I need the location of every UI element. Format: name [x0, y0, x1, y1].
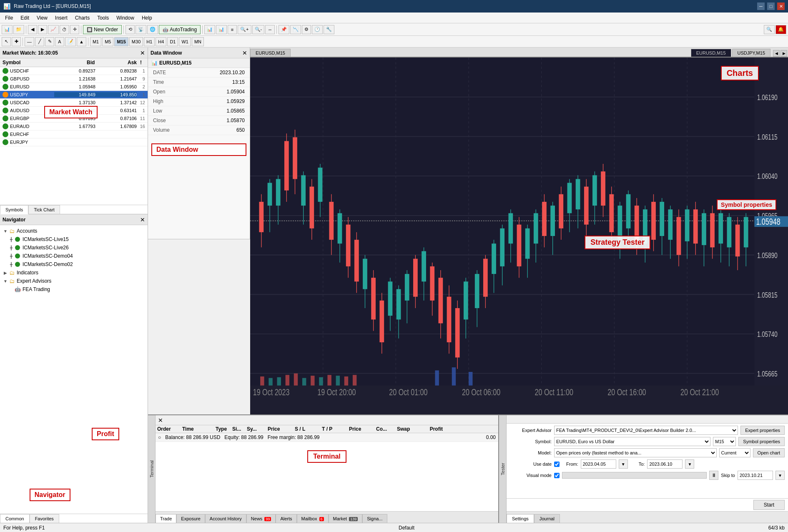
ea-select[interactable]: FEA Trading\MT4_PRODUCT_DEV\2_0\Expert A… [554, 426, 738, 435]
tool1-btn[interactable]: ⟲ [125, 25, 135, 34]
search-btn[interactable]: 🔍 [764, 25, 775, 34]
menu-help[interactable]: Help [138, 14, 156, 22]
new-chart-btn[interactable]: 📊 [2, 25, 13, 34]
tf-m1[interactable]: M1 [90, 37, 101, 46]
chart-scroll-left[interactable]: ◀ [773, 50, 780, 57]
accounts-expand-icon[interactable]: ▼ [3, 228, 8, 234]
tf-h4[interactable]: H4 [156, 37, 166, 46]
tree-indicators-row[interactable]: ▶ 🗂 Indicators [0, 269, 148, 277]
tab-signa[interactable]: Signa... [362, 514, 387, 523]
chart-tab-eurusd[interactable]: EURUSD,M15 [691, 49, 731, 57]
mw-row-usdjpy[interactable]: USDJPY 149.849 149.850 1 [0, 91, 148, 99]
tf-m30[interactable]: M30 [129, 37, 143, 46]
cursor-tool[interactable]: ↖ [2, 37, 11, 46]
tree-account-2[interactable]: ╋ ICMarketsSC-Live26 [6, 243, 148, 252]
zoom3-btn[interactable]: ≡ [228, 25, 237, 34]
minimize-button[interactable]: ─ [757, 3, 765, 10]
data-window-close[interactable]: ✕ [242, 50, 247, 56]
mw-tab-tick[interactable]: Tick Chart [28, 205, 60, 214]
mw-row-eurgbp[interactable]: EURGBP 0.87095 0.87106 11 [0, 115, 148, 123]
crosshair-btn[interactable]: ✛ [70, 25, 79, 34]
tf-m5[interactable]: M5 [102, 37, 113, 46]
mw-row-euraud[interactable]: EURAUD 1.67793 1.67809 16 [0, 123, 148, 130]
tline-tool[interactable]: ╱ [35, 37, 44, 46]
visual-mode-checkbox[interactable] [554, 473, 560, 478]
tab-trade[interactable]: Trade [156, 514, 176, 523]
navigator-close[interactable]: ✕ [140, 216, 145, 223]
mw-row-eurusd[interactable]: EURUSD 1.05948 1.05950 2 [0, 83, 148, 91]
tf-h1[interactable]: H1 [144, 37, 155, 46]
autotrading-btn[interactable]: 🤖 AutoTrading [159, 25, 201, 34]
tab-mailbox[interactable]: Mailbox 6 [297, 514, 329, 523]
tf-m15[interactable]: M15 [114, 37, 128, 46]
tab-account-history[interactable]: Account History [205, 514, 246, 523]
menu-tools[interactable]: Tools [94, 14, 112, 22]
st-tab-journal[interactable]: Journal [534, 514, 560, 523]
crosshair-tool[interactable]: ✚ [12, 37, 21, 46]
to-input[interactable] [647, 459, 683, 469]
open-chart-btn[interactable]: Open chart [753, 448, 785, 457]
tree-accounts-row[interactable]: ▼ 🗂 Accounts [0, 227, 148, 235]
zoom1-btn[interactable]: 📊 [204, 25, 215, 34]
back-btn[interactable]: ◀ [28, 25, 37, 34]
zoomout-btn[interactable]: 🔍- [252, 25, 265, 34]
symbol-select[interactable]: EURUSD, Euro vs US Dollar [554, 437, 710, 446]
tool2-btn[interactable]: 📡 [136, 25, 146, 34]
notification-btn[interactable]: 🔔 [775, 25, 786, 34]
text-tool[interactable]: A [55, 37, 64, 46]
mw-tab-symbols[interactable]: Symbols [0, 205, 28, 214]
st-tab-settings[interactable]: Settings [507, 514, 534, 523]
menu-window[interactable]: Window [113, 14, 138, 22]
mw-row-gbpusd[interactable]: GBPUSD 1.21638 1.21647 9 [0, 75, 148, 83]
settings-btn[interactable]: 🔧 [324, 25, 334, 34]
tf-d1[interactable]: D1 [167, 37, 178, 46]
period-select[interactable]: Current [719, 448, 750, 457]
timeframe-select[interactable]: M15 [713, 437, 736, 446]
start-btn[interactable]: Start [753, 500, 785, 510]
mw-row-eurjpy[interactable]: EURJPY [0, 138, 148, 146]
period-btn[interactable]: ⏱ [60, 25, 69, 34]
tester-side-tab[interactable]: Tester [499, 415, 507, 523]
tree-account-4[interactable]: ╋ ICMarketsSC-Demo02 [6, 260, 148, 269]
mw-row-usdchf[interactable]: USDCHF 0.89237 0.89238 1 [0, 67, 148, 75]
use-date-checkbox[interactable] [554, 462, 560, 467]
tool5-btn[interactable]: 📌 [279, 25, 289, 34]
forward-btn[interactable]: ▶ [38, 25, 47, 34]
close-button[interactable]: ✕ [777, 3, 785, 10]
mw-row-usdcad[interactable]: USDCAD 1.37130 1.37142 12 [0, 99, 148, 107]
pause-btn[interactable]: ⏸ [709, 471, 718, 480]
maximize-button[interactable]: □ [767, 3, 775, 10]
tool6-btn[interactable]: 📉 [290, 25, 301, 34]
ea-expand-icon[interactable]: ▼ [3, 278, 8, 284]
tree-account-1[interactable]: ╋ ICMarketsSC-Live15 [6, 235, 148, 243]
chart-canvas[interactable]: 1.06190 1.06115 1.06040 1.05965 1.05890 … [250, 58, 788, 414]
nav-tab-common[interactable]: Common [0, 514, 30, 523]
chart-tab-usdjpy[interactable]: USDJPY,M15 [732, 49, 770, 57]
terminal-side-tab[interactable]: Terminal [148, 415, 156, 523]
hline-tool[interactable]: — [25, 37, 34, 46]
expert-props-btn[interactable]: Expert properties [740, 426, 785, 435]
tab-news[interactable]: News 99 [246, 514, 276, 523]
tf-mn[interactable]: MN [192, 37, 204, 46]
zoomin-btn[interactable]: 🔍+ [238, 25, 251, 34]
pen-tool[interactable]: ✎ [45, 37, 54, 46]
from-calendar-btn[interactable]: ▼ [619, 459, 628, 469]
menu-edit[interactable]: Edit [17, 14, 33, 22]
open-btn[interactable]: 📁 [13, 25, 24, 34]
tree-ea-row[interactable]: ▼ 🗂 Expert Advisors [0, 277, 148, 285]
label-tool[interactable]: 📝 [65, 37, 76, 46]
symbol-props-btn[interactable]: Symbol properties [738, 437, 785, 446]
tf-w1[interactable]: W1 [179, 37, 191, 46]
arrow-tool[interactable]: ▲ [77, 37, 86, 46]
from-input[interactable] [581, 459, 616, 469]
terminal-vertical-label[interactable]: Terminal [149, 460, 154, 478]
menu-view[interactable]: View [33, 14, 51, 22]
tree-fea-row[interactable]: 🤖 FEA Trading [6, 285, 148, 294]
to-calendar-btn[interactable]: ▼ [685, 459, 694, 469]
market-watch-close[interactable]: ✕ [140, 50, 145, 56]
nav-tab-favorites[interactable]: Favorites [30, 514, 59, 523]
new-order-btn[interactable]: 🔲 New Order [83, 25, 122, 34]
tester-vertical-label[interactable]: Tester [500, 463, 505, 475]
terminal-close-btn[interactable]: ✕ [158, 417, 163, 424]
tool7-btn[interactable]: ⚙ [302, 25, 311, 34]
